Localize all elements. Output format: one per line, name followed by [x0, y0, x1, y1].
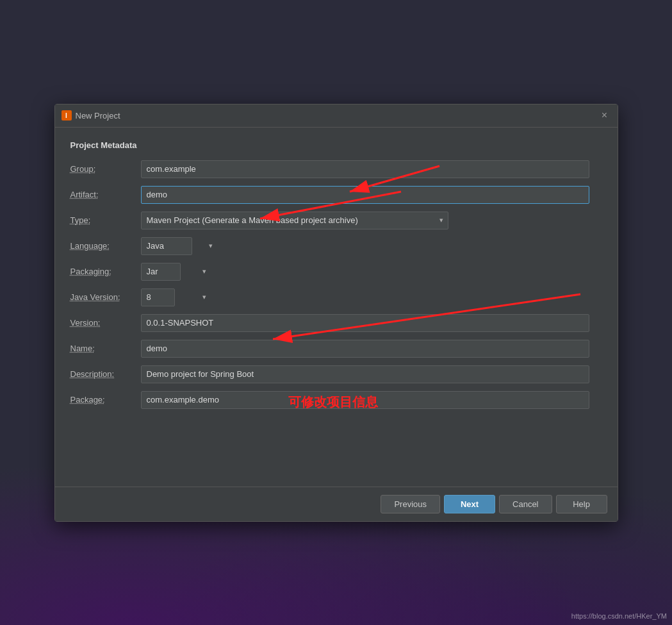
- java-version-label: Java Version:: [70, 292, 141, 302]
- name-input[interactable]: [141, 340, 589, 358]
- title-bar-left: I New Project: [61, 110, 120, 121]
- packaging-select[interactable]: Jar War: [141, 263, 181, 281]
- java-version-select-wrapper: 8 11 17 21: [141, 288, 211, 306]
- name-row: Name:: [70, 340, 602, 358]
- type-select-wrapper: Maven Project (Generate a Maven based pr…: [141, 212, 448, 229]
- type-select[interactable]: Maven Project (Generate a Maven based pr…: [141, 212, 448, 229]
- package-row: Package: 可修改项目信息: [70, 391, 602, 409]
- packaging-label: Packaging:: [70, 267, 141, 276]
- version-row: Version:: [70, 314, 602, 332]
- previous-button[interactable]: Previous: [381, 495, 440, 513]
- watermark: https://blog.csdn.net/HKer_YM: [571, 612, 667, 620]
- type-row: Type: Maven Project (Generate a Maven ba…: [70, 212, 602, 229]
- name-label: Name:: [70, 344, 141, 353]
- language-select[interactable]: Java Kotlin Groovy: [141, 237, 192, 255]
- type-label: Type:: [70, 215, 141, 225]
- java-version-select[interactable]: 8 11 17 21: [141, 288, 175, 306]
- language-row: Language: Java Kotlin Groovy: [70, 237, 602, 255]
- group-input[interactable]: [141, 160, 589, 178]
- version-input[interactable]: [141, 314, 589, 332]
- arrows-overlay: [55, 128, 618, 487]
- help-button[interactable]: Help: [556, 495, 607, 513]
- group-row: Group:: [70, 160, 602, 178]
- java-version-row: Java Version: 8 11 17 21: [70, 288, 602, 306]
- group-label: Group:: [70, 164, 141, 174]
- artifact-input[interactable]: [141, 186, 589, 204]
- artifact-label: Artifact:: [70, 190, 141, 199]
- packaging-row: Packaging: Jar War: [70, 263, 602, 281]
- section-title: Project Metadata: [70, 140, 602, 150]
- new-project-dialog: I New Project × Project Metadata Group: …: [54, 104, 618, 522]
- dialog-content: Project Metadata Group: Artifact: Type: …: [55, 128, 618, 487]
- close-button[interactable]: ×: [598, 109, 611, 122]
- description-input[interactable]: [141, 365, 589, 383]
- app-icon: I: [61, 110, 72, 121]
- packaging-select-wrapper: Jar War: [141, 263, 211, 281]
- language-label: Language:: [70, 241, 141, 251]
- window-title: New Project: [76, 111, 120, 121]
- artifact-row: Artifact:: [70, 186, 602, 204]
- dialog-footer: Previous Next Cancel Help: [55, 487, 618, 521]
- description-row: Description:: [70, 365, 602, 383]
- next-button[interactable]: Next: [444, 495, 495, 513]
- annotation-editable: 可修改项目信息: [288, 394, 378, 411]
- description-label: Description:: [70, 369, 141, 379]
- title-bar: I New Project ×: [55, 104, 618, 128]
- version-label: Version:: [70, 318, 141, 328]
- language-select-wrapper: Java Kotlin Groovy: [141, 237, 218, 255]
- cancel-button[interactable]: Cancel: [499, 495, 552, 513]
- package-label: Package:: [70, 395, 141, 404]
